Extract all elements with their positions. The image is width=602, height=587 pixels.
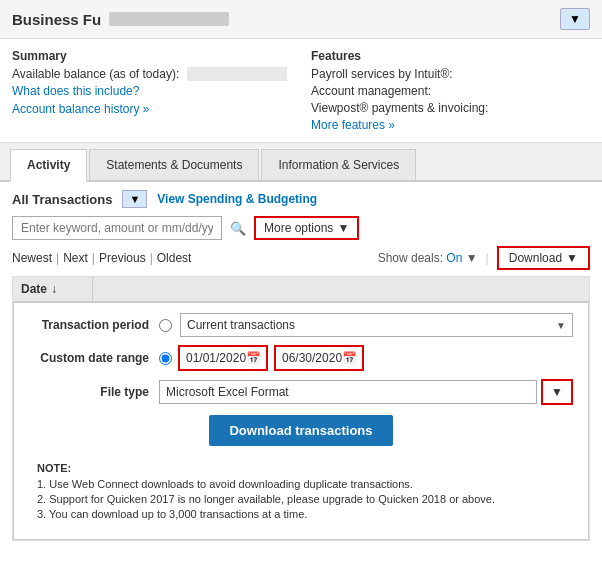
newest-link[interactable]: Newest (12, 251, 52, 265)
more-options-button[interactable]: More options ▼ (254, 216, 359, 240)
file-type-value: Microsoft Excel Format (166, 385, 289, 399)
notes-section: NOTE: 1. Use Web Connect downloads to av… (29, 456, 573, 529)
transaction-period-label: Transaction period (29, 318, 149, 332)
note-item-1: 1. Use Web Connect downloads to avoid do… (37, 478, 565, 490)
show-deals-toggle-icon[interactable]: ▼ (466, 251, 478, 265)
file-type-row: File type Microsoft Excel Format ▼ (29, 379, 573, 405)
date-inputs: 01/01/2020 📅 06/30/2020 📅 (178, 345, 364, 371)
date-from-value: 01/01/2020 (186, 351, 246, 365)
period-select-value: Current transactions (187, 318, 295, 332)
nav-row: Newest | Next | Previous | Oldest Show d… (12, 246, 590, 270)
main-content: All Transactions ▼ View Spending & Budge… (0, 182, 602, 549)
download-label: Download (509, 251, 562, 265)
all-transactions-title: All Transactions (12, 192, 112, 207)
transaction-period-row: Transaction period Current transactions … (29, 313, 573, 337)
more-options-label: More options (264, 221, 333, 235)
period-select-dropdown[interactable]: Current transactions ▼ (180, 313, 573, 337)
search-icon[interactable]: 🔍 (230, 221, 246, 236)
rest-column-header (93, 277, 589, 301)
account-title-redacted (109, 12, 229, 26)
download-button[interactable]: Download ▼ (497, 246, 590, 270)
date-to-value: 06/30/2020 (282, 351, 342, 365)
previous-link[interactable]: Previous (99, 251, 146, 265)
custom-date-label: Custom date range (29, 351, 149, 365)
file-type-label: File type (29, 385, 149, 399)
tab-info-services[interactable]: Information & Services (261, 149, 416, 180)
summary-label: Summary (12, 49, 291, 63)
what-includes-link[interactable]: What does this include? (12, 84, 139, 98)
account-info-section: Summary Available balance (as of today):… (0, 39, 602, 143)
account-balance-link[interactable]: Account balance history » (12, 102, 149, 116)
custom-date-range-row: Custom date range 01/01/2020 📅 06/30/202… (29, 345, 573, 371)
table-header-row: Date ↓ (13, 277, 589, 302)
features-label: Features (311, 49, 590, 63)
download-panel: Transaction period Current transactions … (13, 302, 589, 540)
file-type-dropdown-icon: ▼ (551, 385, 563, 399)
note-title: NOTE: (37, 462, 565, 474)
main-tabs: Activity Statements & Documents Informat… (0, 143, 602, 182)
note-item-2: 2. Support for Quicken 2017 is no longer… (37, 493, 565, 505)
transaction-bar: All Transactions ▼ View Spending & Budge… (12, 190, 590, 208)
account-title: Business Fu (12, 11, 101, 28)
date-header-label: Date (21, 282, 47, 296)
search-bar: 🔍 More options ▼ (12, 216, 590, 240)
balance-value (187, 67, 287, 81)
payroll-label: Payroll services by Intuit®: (311, 67, 453, 81)
file-type-dropdown-button[interactable]: ▼ (541, 379, 573, 405)
balance-label: Available balance (as of today): (12, 67, 179, 81)
date-from-field[interactable]: 01/01/2020 📅 (178, 345, 268, 371)
features-section: Features Payroll services by Intuit®: Ac… (311, 49, 590, 132)
note-item-3: 3. You can download up to 3,000 transact… (37, 508, 565, 520)
transactions-table: Date ↓ Transaction period Current transa… (12, 276, 590, 541)
show-deals-value: On (446, 251, 462, 265)
more-features-link[interactable]: More features » (311, 118, 395, 132)
transactions-dropdown-button[interactable]: ▼ (122, 190, 147, 208)
oldest-link[interactable]: Oldest (157, 251, 192, 265)
sort-icon: ↓ (51, 282, 57, 296)
search-input[interactable] (12, 216, 222, 240)
download-transactions-button[interactable]: Download transactions (209, 415, 392, 446)
show-deals-label: Show deals: On ▼ (378, 251, 478, 265)
calendar-from-icon[interactable]: 📅 (246, 351, 261, 365)
date-to-field[interactable]: 06/30/2020 📅 (274, 345, 364, 371)
next-link[interactable]: Next (63, 251, 88, 265)
date-column-header[interactable]: Date ↓ (13, 277, 93, 301)
summary-section: Summary Available balance (as of today):… (12, 49, 291, 132)
account-dropdown-button[interactable]: ▼ (560, 8, 590, 30)
viewpost-label: Viewpost® payments & invoicing: (311, 101, 488, 115)
custom-date-radio[interactable] (159, 352, 172, 365)
more-options-arrow-icon: ▼ (337, 221, 349, 235)
tab-statements[interactable]: Statements & Documents (89, 149, 259, 180)
transaction-period-radio[interactable] (159, 319, 172, 332)
account-mgmt-label: Account management: (311, 84, 431, 98)
pagination-links: Newest | Next | Previous | Oldest (12, 251, 191, 265)
spending-budgeting-link[interactable]: View Spending & Budgeting (157, 192, 317, 206)
file-type-select: Microsoft Excel Format (159, 380, 537, 404)
period-select-arrow-icon: ▼ (556, 320, 566, 331)
account-header: Business Fu ▼ (0, 0, 602, 39)
download-arrow-icon: ▼ (566, 251, 578, 265)
calendar-to-icon[interactable]: 📅 (342, 351, 357, 365)
tab-activity[interactable]: Activity (10, 149, 87, 182)
